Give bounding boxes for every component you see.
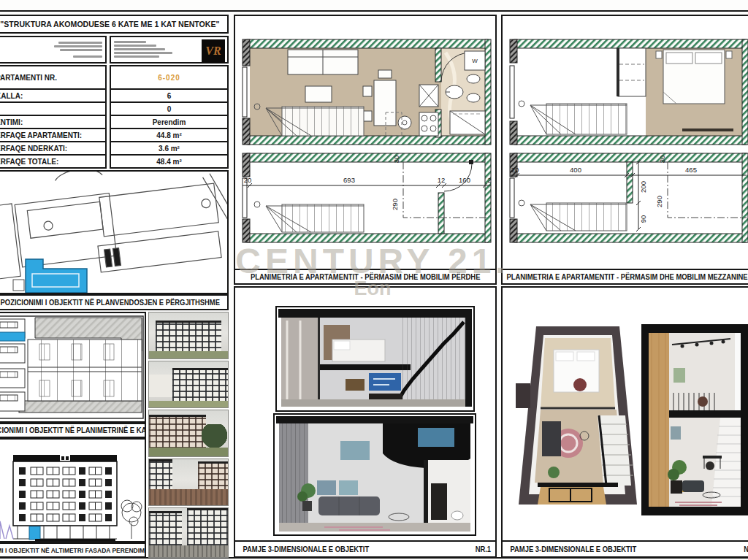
bath-divider-wall — [435, 48, 441, 82]
value-kati: 0 — [111, 103, 227, 115]
caption-elevation: CIONIMI I OBJEKTIT NË ALTIMETRI FASADA P… — [0, 542, 146, 558]
void-dashline — [403, 162, 488, 218]
hall-wall — [438, 193, 444, 234]
caption-site-plan: POZICIONIMI I OBJEKTIT NË PLANVENDOSJEN … — [0, 294, 229, 310]
dim-693: 693 — [343, 176, 355, 184]
dim-mezz-290: 290 — [655, 196, 663, 207]
dim-2: 2 — [487, 176, 491, 184]
apartment-table-labels: PARTAMENTI NR. KALLA: I: ENTIMI: ËRFAQE … — [0, 65, 107, 169]
building-photo-4 — [148, 459, 229, 506]
dim-mezz-200: 200 — [639, 181, 647, 193]
value-siperfaqe-totale: 48.4 m² — [111, 156, 227, 167]
caption-mezzanine-plan: PLANIMETRIA E APARTAMENTIT - PËRMASIM DH… — [501, 269, 748, 285]
building-photo-2 — [148, 361, 229, 408]
stairs-dim-mezz — [519, 200, 627, 231]
key-plan-drawing — [0, 313, 145, 421]
render-section-upper — [275, 306, 475, 412]
site-plan-drawing — [0, 172, 227, 293]
render-section-lower — [273, 413, 476, 536]
tv-bench — [682, 129, 733, 131]
render-interior-framed — [641, 324, 748, 515]
sheet-title: "STRUKTURA AKOMODUESE 6 KATE ME 1 KAT NE… — [0, 20, 219, 28]
highlighted-unit-elevation — [29, 526, 40, 540]
table-label-siperfaqe-nderkati: ËRFAQE NDERKATI: — [0, 142, 105, 154]
elevation-panel — [0, 438, 146, 542]
dim-mezz-30: 30 — [658, 156, 666, 164]
caption-ground-plan: PLANIMETRIA E APARTAMENTIT - PËRMASIM DH… — [234, 269, 497, 285]
elevation-drawing — [0, 440, 145, 541]
cutaway-balcony-box — [516, 383, 530, 408]
dim-mezz-465: 465 — [685, 166, 697, 174]
sheet-top-border — [0, 10, 748, 12]
highlighted-building-blue — [26, 259, 87, 293]
stamp-left-textlines — [54, 40, 102, 59]
table-label-siperfaqe-totale: ËRFAQE TOTALE: — [0, 156, 105, 167]
tree-sketch — [121, 500, 142, 539]
render-art-1 — [340, 441, 370, 460]
table-label-kati: I: — [0, 103, 105, 115]
apartment-number: 6-020 — [111, 66, 227, 88]
apartment-table-values: 6-020 6 0 Perendim 44.8 m² 3.6 m² 48.4 m… — [110, 65, 229, 169]
stamp-right: VR — [110, 36, 229, 64]
stamp-left — [0, 36, 107, 64]
table-label-orientimi: ENTIMI: — [0, 116, 105, 128]
dim-mezz-400: 400 — [570, 166, 581, 174]
wall-bottom — [247, 136, 488, 145]
render-desk — [346, 379, 365, 391]
dimension-line-h — [243, 183, 491, 188]
dim-290: 290 — [391, 199, 399, 210]
roof-left — [13, 455, 60, 461]
key-plan-panel — [0, 312, 146, 423]
building-photo-1 — [148, 312, 229, 359]
view3d-left-panel — [234, 286, 497, 558]
table-label-shkalla: KALLA: — [0, 90, 105, 101]
dim-30: 30 — [392, 156, 400, 164]
render-art-3 — [339, 480, 358, 495]
wall-top — [247, 39, 488, 48]
dim-160: 160 — [459, 176, 470, 184]
caption-key-plan: POZICIONIMI I OBJEKTIT NË PLANIMETRINË E… — [0, 423, 146, 438]
ground-floor — [13, 526, 117, 539]
highlighted-unit-blue — [0, 332, 25, 341]
ground-floor-furnished-plan: W — [241, 38, 492, 147]
view3d-left-number: NR.1 — [476, 545, 491, 553]
render-art-2 — [317, 480, 336, 495]
render-mezzanine-slab — [320, 364, 411, 370]
vr-logo: VR — [202, 39, 225, 63]
value-siperfaqe-apartamenti: 44.8 m² — [111, 129, 227, 141]
dim-mezz-90: 90 — [639, 215, 647, 223]
view3d-right-number: N — [744, 545, 748, 553]
wall-right — [485, 39, 491, 145]
render-blue-poster — [369, 373, 401, 391]
architectural-sheet: "STRUKTURA AKOMODUESE 6 KATE ME 1 KAT NE… — [0, 0, 748, 560]
cutaway-plant — [548, 467, 560, 478]
caption-view3d-right: PAMJE 3-DIMENSIONALE E OBJEKTIT N — [501, 540, 748, 558]
render-art-small — [673, 368, 685, 383]
stairs-dim — [254, 202, 364, 232]
render-cutaway-isometric — [516, 321, 640, 518]
mezzanine-furnished-plan — [508, 38, 748, 147]
roof-right — [70, 455, 117, 461]
stamp-right-textlines — [114, 39, 180, 59]
left-trees — [0, 521, 13, 539]
render-sofa-2 — [682, 480, 704, 492]
value-shkalla: 6 — [111, 90, 227, 101]
building-photo-strip — [148, 312, 229, 558]
building-photo-5 — [148, 507, 229, 558]
coffee-table — [305, 86, 332, 102]
vr-logo-text: VR — [205, 45, 221, 58]
value-siperfaqe-nderkati: 3.6 m² — [111, 142, 227, 154]
value-orientimi: Perendim — [111, 116, 227, 128]
building-photo-3 — [148, 410, 229, 457]
site-plan-panel — [0, 170, 229, 294]
gray-zone-bottom — [19, 401, 142, 413]
washer-label: W — [472, 58, 478, 64]
dim-20: 20 — [244, 176, 252, 184]
ground-floor-dimension-plan: 20 693 12 160 2 290 30 — [241, 147, 492, 246]
wardrobe — [617, 48, 646, 96]
mezzanine-plan-panel: 20 400 465 200 90 290 30 — [501, 15, 748, 285]
site-small-block — [13, 280, 24, 291]
view3d-right-panel — [501, 286, 748, 558]
window-left — [243, 67, 247, 117]
cutaway-sofa — [542, 421, 561, 456]
